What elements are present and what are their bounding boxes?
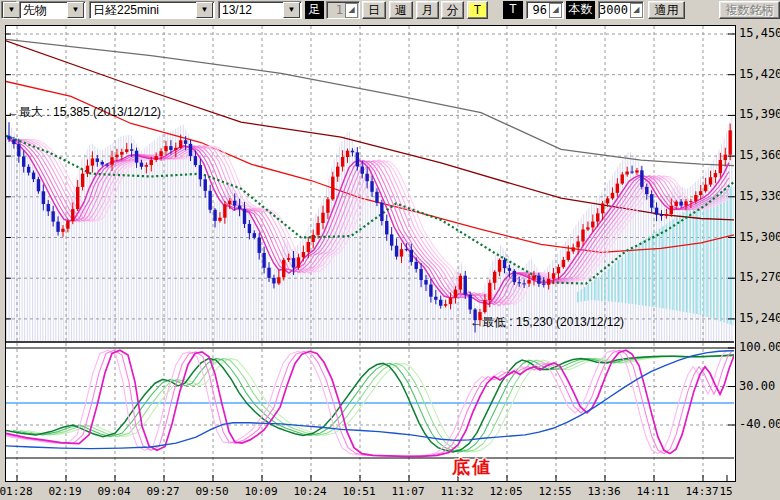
price-axis-label: 15,450 (739, 26, 780, 40)
price-axis-label: 15,270 (739, 270, 780, 284)
interval-value: 1 (327, 3, 344, 17)
contract-month-select[interactable]: 13/12 ▼ (218, 1, 302, 19)
time-axis-label: 09:50 (192, 485, 232, 498)
price-axis-label: 15,390 (739, 107, 780, 121)
chevron-down-icon[interactable]: ▼ (283, 2, 300, 18)
minute-button[interactable]: 分 (441, 1, 464, 19)
oscillator-axis-label: 100.00 (739, 340, 780, 354)
time-axis-label: 01:28 (0, 485, 36, 498)
time-axis-label: 12:05 (486, 485, 526, 498)
symbol-value: 日経225mini (90, 2, 195, 19)
time-axis-label: 10:24 (290, 485, 330, 498)
chart-area (5, 25, 736, 482)
tick-count-label: T (503, 1, 523, 19)
mini-combo[interactable]: ▼ (1, 1, 17, 19)
time-axis-label: 10:09 (241, 485, 281, 498)
day-button[interactable]: 日 (362, 1, 386, 19)
price-axis-label: 15,420 (739, 67, 780, 81)
time-axis-label: 09:04 (94, 485, 134, 498)
time-axis-label: 11:07 (388, 485, 428, 498)
time-axis-label: 15 (706, 485, 746, 498)
week-button[interactable]: 週 (389, 1, 413, 19)
chevron-down-icon[interactable]: ▼ (196, 2, 213, 18)
price-axis-label: 15,300 (739, 230, 780, 244)
min-price-annotation: ←最低 : 15,230 (2013/12/12) (470, 314, 624, 331)
price-axis-label: 15,330 (739, 189, 780, 203)
toolbar: ▼ 先物 ▼ 日経225mini ▼ 13/12 ▼ 足 1 ◢ 日 週 月 分… (0, 0, 780, 22)
oscillator-axis-label: 30.00 (739, 379, 780, 393)
ashi-label: 足 (305, 1, 324, 19)
time-axis-label: 09:27 (143, 485, 183, 498)
time-axis-label: 11:32 (437, 485, 477, 498)
chevron-down-icon[interactable]: ▼ (3, 2, 20, 18)
contract-month-value: 13/12 (219, 3, 282, 17)
category-select[interactable]: 先物 ▼ (19, 1, 86, 19)
bars-stepper[interactable]: 3000 ◢ (598, 1, 644, 19)
price-axis-label: 15,240 (739, 311, 780, 325)
month-button[interactable]: 月 (416, 1, 439, 19)
bars-label: 本数 (566, 1, 595, 19)
max-price-annotation: ←最大 : 15,385 (2013/12/12) (7, 104, 161, 121)
bars-value: 3000 (599, 3, 629, 17)
time-axis-label: 14:11 (633, 485, 673, 498)
time-axis-label: 10:51 (339, 485, 379, 498)
time-axis-label: 13:36 (584, 485, 624, 498)
oscillator-axis-label: -40.00 (739, 417, 780, 431)
tick-button[interactable]: T (467, 1, 488, 19)
chevron-down-icon[interactable]: ▼ (67, 2, 84, 18)
tick-count-value: 96 (527, 3, 548, 17)
spin-icon[interactable]: ◢ (345, 3, 358, 18)
category-value: 先物 (20, 2, 66, 19)
price-chart-svg (6, 26, 735, 481)
time-axis-label: 02:19 (45, 485, 85, 498)
bottom-price-annotation: 底値 (452, 455, 492, 479)
apply-button[interactable]: 適用 (648, 1, 685, 19)
interval-stepper[interactable]: 1 ◢ (326, 1, 360, 19)
tick-count-stepper[interactable]: 96 ◢ (526, 1, 564, 19)
price-axis-label: 15,360 (739, 148, 780, 162)
symbol-select[interactable]: 日経225mini ▼ (89, 1, 215, 19)
spin-icon[interactable]: ◢ (630, 3, 643, 18)
time-axis-label: 12:55 (535, 485, 575, 498)
spin-icon[interactable]: ◢ (549, 3, 562, 18)
multi-symbol-button: 複数銘柄 (719, 1, 780, 19)
